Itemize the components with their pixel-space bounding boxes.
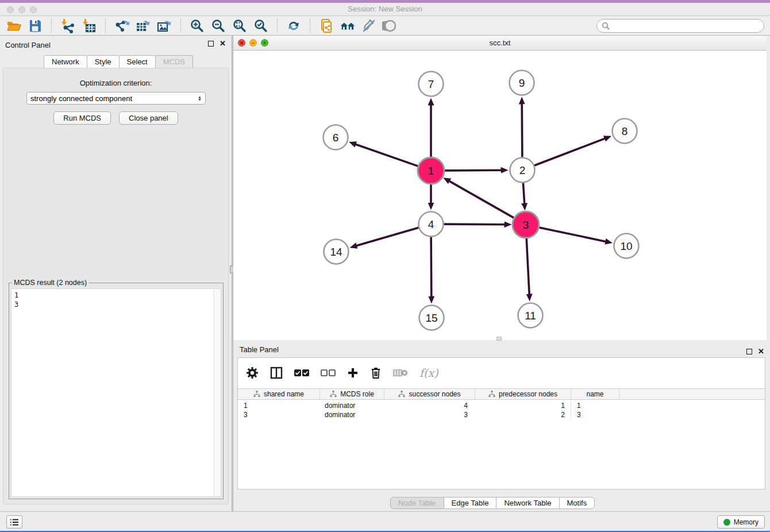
network-close-icon[interactable]: ✕: [238, 39, 245, 47]
graph-edge-2-8[interactable]: [534, 138, 606, 165]
export-image-icon[interactable]: [156, 18, 172, 34]
horizontal-splitter-grip[interactable]: [496, 337, 502, 341]
task-history-button[interactable]: [6, 515, 22, 529]
delete-icon[interactable]: [370, 367, 382, 379]
tab-network-table[interactable]: Network Table: [496, 497, 559, 509]
minimize-window-icon[interactable]: [18, 6, 25, 13]
apply-layout-icon[interactable]: [286, 18, 302, 34]
window-traffic-lights[interactable]: [7, 6, 37, 13]
table-panel-title: Table Panel: [240, 345, 279, 354]
save-session-icon[interactable]: [27, 18, 43, 34]
graphics-details-icon[interactable]: [361, 18, 377, 34]
zoom-out-icon[interactable]: [210, 18, 226, 34]
graph-node-3[interactable]: 3: [513, 211, 539, 238]
cell-mcds-role[interactable]: dominator: [320, 401, 384, 410]
close-table-panel-icon[interactable]: ✕: [758, 349, 764, 354]
maximize-window-icon[interactable]: [30, 6, 37, 13]
cell-successor-nodes[interactable]: 3: [384, 410, 475, 419]
graph-edge-4-14[interactable]: [356, 228, 418, 246]
mcds-result-box: MCDS result (2 nodes) 1 3: [9, 283, 224, 499]
graph-node-2[interactable]: 2: [510, 158, 535, 183]
tab-mcds[interactable]: MCDS: [155, 55, 193, 68]
export-network-icon[interactable]: [114, 18, 130, 34]
control-panel-header: Control Panel ✕: [0, 36, 232, 54]
float-table-panel-icon[interactable]: [746, 349, 752, 354]
graph-edge-2-9[interactable]: [522, 103, 522, 157]
toolbar-separator: [105, 18, 106, 33]
network-maximize-icon[interactable]: +: [261, 39, 268, 47]
mcds-result-area[interactable]: 1 3: [11, 288, 221, 497]
column-header-name[interactable]: name: [571, 389, 619, 399]
graph-node-7[interactable]: 7: [419, 72, 444, 97]
close-panel-button[interactable]: Close panel: [119, 111, 178, 125]
graph-node-9[interactable]: 9: [510, 71, 534, 95]
zoom-in-icon[interactable]: [189, 18, 205, 34]
graph-node-11[interactable]: 11: [518, 303, 543, 328]
graph-edge-2-3[interactable]: [523, 183, 524, 204]
column-header-mcds-role[interactable]: MCDS role: [320, 389, 384, 399]
copy-style-icon[interactable]: [318, 18, 334, 34]
cell-successor-nodes[interactable]: 4: [384, 401, 475, 410]
first-neighbors-icon[interactable]: [340, 18, 356, 34]
graph-node-15[interactable]: 15: [419, 306, 444, 330]
main-toolbar: [0, 16, 770, 36]
zoom-selected-icon[interactable]: [253, 18, 269, 34]
tab-network[interactable]: Network: [44, 55, 87, 68]
network-window-titlebar[interactable]: ✕ − + scc.txt: [233, 36, 767, 51]
graph-edge-1-6[interactable]: [355, 144, 419, 167]
close-window-icon[interactable]: [7, 6, 14, 13]
tab-motifs[interactable]: Motifs: [559, 497, 595, 509]
cell-name[interactable]: 1: [571, 401, 619, 410]
close-panel-icon[interactable]: ✕: [220, 41, 226, 47]
network-canvas[interactable]: 7968124314101511: [233, 51, 767, 340]
tab-edge-table[interactable]: Edge Table: [444, 497, 497, 509]
graph-node-1[interactable]: 1: [418, 157, 444, 184]
graph-node-4[interactable]: 4: [419, 212, 444, 237]
gear-icon[interactable]: [246, 367, 259, 379]
cell-predecessor-nodes[interactable]: 1: [475, 401, 571, 410]
deselect-all-icon[interactable]: [321, 369, 336, 377]
cell-mcds-role[interactable]: dominator: [320, 410, 384, 419]
graph-edge-3-11[interactable]: [526, 237, 529, 295]
search-field[interactable]: [613, 21, 759, 30]
float-panel-icon[interactable]: [208, 41, 214, 47]
import-table-icon[interactable]: [81, 18, 97, 34]
run-mcds-button[interactable]: Run MCDS: [53, 111, 111, 125]
cell-name[interactable]: 3: [571, 410, 619, 419]
graph-node-10[interactable]: 10: [614, 234, 639, 259]
cell-shared-name[interactable]: 3: [238, 410, 320, 419]
graph-edge-4-3[interactable]: [444, 224, 505, 225]
tab-select[interactable]: Select: [119, 55, 156, 68]
search-input[interactable]: [596, 19, 764, 33]
import-network-icon[interactable]: [60, 18, 76, 34]
table-row[interactable]: 3 dominator 3 2 3: [238, 410, 765, 419]
table-toolbar: f(x): [238, 358, 765, 388]
export-table-icon[interactable]: [135, 18, 151, 34]
column-header-successor-nodes[interactable]: successor nodes: [384, 389, 475, 399]
columns-icon[interactable]: [270, 367, 283, 379]
graph-edge-3-10[interactable]: [538, 228, 606, 242]
graph-node-8[interactable]: 8: [613, 119, 637, 144]
eye-icon[interactable]: [382, 18, 398, 34]
column-header-shared-name[interactable]: shared name: [238, 389, 320, 399]
graph-node-14[interactable]: 14: [324, 240, 349, 264]
cell-shared-name[interactable]: 1: [238, 401, 320, 410]
column-header-predecessor-nodes[interactable]: predecessor nodes: [475, 389, 571, 399]
tab-style[interactable]: Style: [87, 55, 120, 68]
zoom-fit-icon[interactable]: [232, 18, 248, 34]
tab-node-table[interactable]: Node Table: [390, 497, 444, 509]
graph-edge-3-1[interactable]: [449, 181, 515, 218]
memory-button[interactable]: Memory: [717, 515, 765, 529]
graph-node-6[interactable]: 6: [324, 125, 348, 150]
network-minimize-icon[interactable]: −: [249, 39, 257, 47]
graph-edge-4-15[interactable]: [431, 237, 432, 297]
graph-edge-1-2[interactable]: [444, 170, 502, 171]
criterion-select[interactable]: strongly connected component ▲▼: [26, 92, 206, 105]
open-session-icon[interactable]: [6, 18, 22, 34]
cell-predecessor-nodes[interactable]: 2: [475, 410, 571, 419]
select-all-icon[interactable]: [294, 369, 309, 377]
add-column-icon[interactable]: [347, 367, 359, 379]
table-row[interactable]: 1 dominator 4 1 1: [238, 401, 765, 410]
table-tabs: Node Table Edge Table Network Table Moti…: [391, 497, 595, 509]
result-scrollbar[interactable]: [214, 289, 221, 496]
